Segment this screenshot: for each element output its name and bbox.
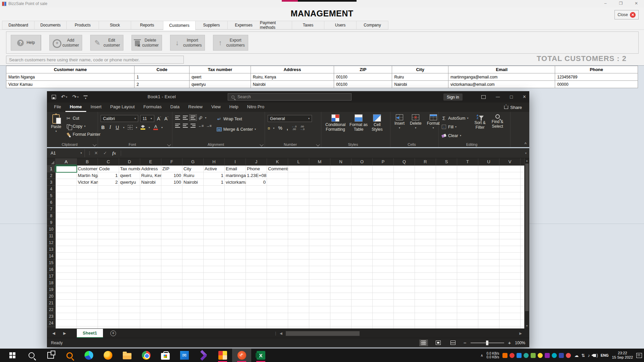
tab-payment-methods[interactable]: Payment methods — [260, 21, 292, 29]
chrome-button[interactable] — [137, 349, 156, 362]
insert-function-icon[interactable]: fx — [112, 150, 116, 156]
column-header-zip[interactable]: ZIP — [334, 66, 392, 73]
copy-button[interactable]: Copy — [66, 123, 101, 129]
column-header-email[interactable]: Email — [448, 66, 555, 73]
column-header-R[interactable]: R — [415, 158, 436, 165]
column-header-F[interactable]: F — [161, 158, 182, 165]
column-header-C[interactable]: C — [98, 158, 119, 165]
select-all-corner[interactable] — [47, 158, 56, 165]
column-header-Q[interactable]: Q — [394, 158, 415, 165]
cell-D1[interactable]: Tax number — [119, 166, 140, 172]
share-button[interactable]: Share — [504, 105, 522, 110]
snip-app-button[interactable] — [232, 349, 251, 362]
tab-company[interactable]: Company — [356, 21, 388, 29]
network-speed-indicator[interactable]: 0.0 KB/s 0.0 KB/s — [487, 352, 499, 359]
excel-search-box[interactable]: Search — [228, 93, 352, 101]
clear-button[interactable]: Clear — [441, 132, 468, 139]
hscroll-left-icon[interactable]: ◀ — [280, 331, 282, 335]
cell-B2[interactable]: Martin Nganga — [77, 172, 98, 179]
decrease-indent-icon[interactable]: ←≡ — [198, 124, 203, 128]
align-top-icon[interactable] — [175, 116, 180, 120]
edge-button[interactable] — [79, 349, 98, 362]
tab-reports[interactable]: Reports — [131, 21, 163, 29]
excel-minimize-icon[interactable] — [496, 95, 500, 99]
cell-styles-button[interactable]: Cell Styles — [370, 114, 384, 132]
customize-qat-button[interactable] — [84, 96, 88, 98]
row-header-18[interactable]: 18 — [47, 280, 55, 286]
column-header-V[interactable]: V — [499, 158, 521, 165]
column-header-city[interactable]: City — [392, 66, 448, 73]
dialog-launcher-icon[interactable] — [316, 142, 320, 146]
maximize-icon[interactable]: ❐ — [613, 0, 629, 7]
tray-badge-icon[interactable] — [538, 353, 543, 358]
language-indicator[interactable]: ENG — [601, 353, 609, 357]
formula-input[interactable] — [121, 148, 525, 158]
column-header-E[interactable]: E — [140, 158, 161, 165]
expand-formula-bar-icon[interactable] — [525, 152, 529, 155]
tab-suppliers[interactable]: Suppliers — [195, 21, 227, 29]
prev-sheet-icon[interactable]: ◀ — [52, 331, 55, 336]
cell-D2[interactable]: qwert — [119, 172, 140, 179]
pos-app-button[interactable] — [213, 349, 232, 362]
row-header-6[interactable]: 6 — [47, 199, 55, 206]
cell-G1[interactable]: City — [182, 166, 204, 172]
cell-I2[interactable]: martinnganga@email.com — [225, 172, 246, 179]
action-center-icon[interactable] — [636, 353, 642, 358]
table-row[interactable]: Victor Kamau2qwertyuNairobi00100Nairobiv… — [6, 81, 638, 88]
row-header-23[interactable]: 23 — [47, 313, 55, 320]
excel-titlebar[interactable]: Book1 - Excel Search Sign in — [47, 91, 529, 103]
ribbon-tab-nitro-pro[interactable]: Nitro Pro — [243, 103, 269, 112]
row-header-12[interactable]: 12 — [47, 239, 55, 246]
volume-icon[interactable] — [593, 354, 596, 357]
column-header-M[interactable]: M — [309, 158, 330, 165]
column-header-code[interactable]: Code — [135, 66, 190, 73]
tab-products[interactable]: Products — [66, 21, 99, 29]
task-view-button[interactable] — [41, 349, 60, 362]
row-header-21[interactable]: 21 — [47, 300, 55, 306]
cell-H2[interactable]: 1 — [204, 172, 225, 179]
wrap-text-button[interactable]: Wrap Text — [217, 116, 256, 122]
ribbon-tab-file[interactable]: File — [50, 103, 65, 112]
column-header-S[interactable]: S — [436, 158, 457, 165]
cell-F3[interactable]: 100 — [161, 179, 182, 186]
firefox-button[interactable] — [98, 349, 117, 362]
row-header-2[interactable]: 2 — [47, 172, 55, 179]
file-explorer-button[interactable] — [117, 349, 137, 362]
number-format-select[interactable]: General — [268, 115, 312, 122]
cell-D3[interactable]: qwertyu — [119, 179, 140, 186]
cell-G2[interactable]: Ruiru — [182, 172, 204, 179]
accounting-format-icon[interactable]: ¤ — [268, 126, 270, 131]
cell-E3[interactable]: Nairobi — [140, 179, 161, 186]
row-header-5[interactable]: 5 — [47, 192, 55, 199]
cell-I1[interactable]: Email — [225, 166, 246, 172]
cell-C1[interactable]: Code — [98, 166, 119, 172]
save-button[interactable] — [52, 95, 56, 99]
ribbon-tab-view[interactable]: View — [207, 103, 225, 112]
cell-C3[interactable]: 2 — [98, 179, 119, 186]
cell-H3[interactable]: 1 — [204, 179, 225, 186]
italic-button[interactable]: I — [109, 125, 112, 130]
taskbar-search-button[interactable] — [22, 349, 41, 362]
column-header-L[interactable]: L — [288, 158, 309, 165]
cell-E1[interactable]: Address — [140, 166, 161, 172]
cell-grid[interactable]: Customer nameCodeTax numberAddressZIPCit… — [56, 166, 524, 328]
increase-decimal-icon[interactable]: ←.0.00 — [292, 125, 297, 131]
sort-filter-button[interactable]: AZ Sort & Filter — [473, 114, 487, 130]
delete-cells-button[interactable]: Delete — [409, 114, 423, 129]
cell-B1[interactable]: Customer name — [77, 166, 98, 172]
excel-button[interactable] — [251, 349, 270, 362]
column-header-H[interactable]: H — [204, 158, 225, 165]
ribbon-tab-page-layout[interactable]: Page Layout — [106, 103, 139, 112]
mail-button[interactable] — [175, 349, 194, 362]
ribbon-tab-data[interactable]: Data — [166, 103, 184, 112]
cell-G3[interactable]: Nairobi — [182, 179, 204, 186]
excel-maximize-icon[interactable] — [510, 94, 513, 100]
help-button[interactable]: Help — [11, 35, 41, 51]
tab-scroll-splitter[interactable]: ⋮ — [274, 331, 278, 336]
row-header-11[interactable]: 11 — [47, 233, 55, 239]
confirm-entry-icon[interactable]: ✓ — [103, 150, 107, 156]
column-header-D[interactable]: D — [119, 158, 140, 165]
close-page-button[interactable]: Close ✕ — [614, 10, 639, 19]
clock[interactable]: 23:22 15 Sep 2022 — [612, 351, 633, 360]
merge-center-button[interactable]: Merge & Center — [217, 126, 256, 132]
